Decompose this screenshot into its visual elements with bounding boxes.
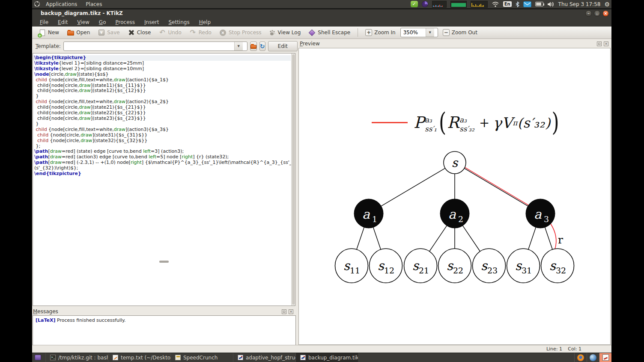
network-monitor-graph[interactable] bbox=[432, 1, 447, 8]
ktikz-launcher[interactable] bbox=[599, 353, 611, 362]
task-backup-diagram[interactable]: backup_diagram.tikz ... bbox=[295, 353, 358, 362]
menu-file[interactable]: File bbox=[36, 19, 52, 26]
shell-escape-button[interactable]: Shell Escape bbox=[305, 28, 353, 37]
stop-process-button[interactable]: × Stop Process bbox=[216, 28, 265, 37]
close-file-button[interactable]: Close bbox=[125, 28, 154, 37]
close-pane-icon[interactable]: × bbox=[604, 42, 608, 46]
open-folder-icon bbox=[250, 45, 256, 49]
label-a2-sub: 2 bbox=[458, 214, 463, 224]
menu-help[interactable]: Help bbox=[195, 19, 215, 26]
preview-title: Preview bbox=[300, 41, 320, 47]
mail-icon[interactable] bbox=[523, 1, 531, 7]
open-folder-icon bbox=[67, 29, 74, 36]
label-s11-sub: 11 bbox=[350, 266, 360, 275]
desktop: Applications Places ✓ En bbox=[32, 0, 611, 362]
template-edit-button[interactable]: Edit bbox=[268, 41, 298, 51]
menubar: File Edit View Go Process Insert Setting… bbox=[32, 18, 611, 27]
menu-edit[interactable]: Edit bbox=[54, 19, 72, 26]
backup-diagram: s a 1 a 2 a 3 s 11 s 12 s 21 s 22 s 23 s… bbox=[299, 48, 611, 345]
maximize-button[interactable]: ▫ bbox=[594, 10, 600, 17]
close-window-button[interactable]: × bbox=[602, 10, 609, 17]
code-line[interactable]: child {node[circle,draw](state32){$s_{32… bbox=[33, 138, 291, 144]
label-s22-sub: 22 bbox=[453, 266, 463, 275]
latex-tag: [LaTeX] bbox=[36, 317, 55, 323]
template-browse-button[interactable] bbox=[250, 42, 257, 51]
template-input[interactable] bbox=[64, 43, 234, 49]
chevron-down-icon[interactable]: ▼ bbox=[426, 28, 434, 37]
float-pane-icon[interactable] bbox=[597, 42, 602, 46]
statusbar: Line: 1 Col: 1 bbox=[32, 345, 611, 353]
label-s23-sub: 23 bbox=[487, 266, 498, 275]
menu-settings[interactable]: Settings bbox=[164, 19, 193, 26]
shell-escape-icon bbox=[308, 29, 316, 36]
applications-menu[interactable]: Applications bbox=[43, 1, 80, 8]
new-button[interactable]: + New bbox=[36, 28, 62, 37]
redo-button[interactable]: ↷ Redo bbox=[186, 28, 215, 37]
clock[interactable]: Thu Sep 3 17:58 bbox=[558, 1, 601, 7]
float-pane-icon[interactable] bbox=[282, 309, 286, 314]
firefox-launcher[interactable] bbox=[574, 353, 587, 362]
code-editor[interactable]: \begin{tikzpicture}\tikzstyle{level 1}=[… bbox=[33, 53, 295, 306]
close-pane-icon[interactable]: × bbox=[289, 309, 293, 314]
preview-header: Preview × bbox=[300, 40, 611, 47]
redo-icon: ↷ bbox=[189, 29, 197, 36]
messages-header: Messages × bbox=[33, 308, 296, 315]
show-desktop-button[interactable] bbox=[35, 355, 41, 360]
splitter-handle[interactable] bbox=[159, 261, 169, 263]
session-gear-icon[interactable]: ⚙ bbox=[604, 1, 610, 8]
view-log-button[interactable]: View Log bbox=[266, 29, 304, 37]
code-line[interactable]: child{node[circle,draw](state23){$s_{23}… bbox=[33, 116, 291, 122]
code-line[interactable]: child{node[circle,draw](state12){$s_{12}… bbox=[33, 88, 291, 94]
updates-ok-icon[interactable]: ✓ bbox=[411, 1, 418, 7]
zoom-level-input[interactable] bbox=[401, 30, 426, 36]
minimize-button[interactable]: – bbox=[585, 10, 592, 17]
top-panel: Applications Places ✓ En bbox=[32, 0, 611, 8]
template-label: Template: bbox=[36, 43, 61, 49]
battery-icon[interactable] bbox=[535, 2, 543, 6]
task-speedcrunch[interactable]: SpeedCrunch bbox=[170, 353, 233, 362]
zoom-level-combobox[interactable]: ▼ bbox=[400, 28, 438, 37]
template-combobox[interactable]: ▼ bbox=[63, 42, 247, 51]
load-monitor-graph[interactable] bbox=[471, 1, 488, 8]
browser-launcher[interactable] bbox=[587, 353, 599, 362]
task-text-editor[interactable]: temp.txt (~/Desktop... bbox=[108, 353, 170, 362]
menu-insert[interactable]: Insert bbox=[140, 19, 163, 26]
bluetooth-icon[interactable] bbox=[516, 1, 519, 7]
volume-icon[interactable] bbox=[547, 1, 555, 7]
label-a1: a bbox=[362, 207, 370, 222]
zoom-out-icon: − bbox=[443, 29, 450, 36]
menu-view[interactable]: View bbox=[73, 19, 93, 26]
editor-vertical-scrollbar[interactable] bbox=[291, 53, 295, 306]
task-adaptive-hopf[interactable]: adaptive_hopf_struc... bbox=[233, 353, 295, 362]
latex-message: Process finished successfully. bbox=[55, 317, 125, 323]
tikz-file-icon bbox=[300, 355, 306, 360]
cpu-monitor-graph[interactable] bbox=[450, 1, 467, 8]
zoom-in-button[interactable]: + Zoom In bbox=[362, 28, 399, 37]
distributor-logo-icon[interactable] bbox=[34, 1, 40, 7]
undo-icon: ↶ bbox=[158, 29, 166, 36]
task-terminal[interactable]: >_ /tmp/ktikz.git : bash ... bbox=[45, 353, 108, 362]
code-line[interactable]: \end{tikzpicture} bbox=[33, 171, 291, 177]
stop-process-icon: × bbox=[219, 29, 227, 36]
open-button[interactable]: Open bbox=[64, 28, 93, 37]
places-menu[interactable]: Places bbox=[83, 1, 104, 8]
menu-go[interactable]: Go bbox=[95, 19, 110, 26]
wifi-icon[interactable] bbox=[492, 1, 499, 7]
menu-process[interactable]: Process bbox=[111, 19, 139, 26]
time-tracker-icon[interactable] bbox=[422, 1, 428, 7]
label-a2: a bbox=[448, 207, 456, 222]
chevron-down-icon[interactable]: ▼ bbox=[234, 42, 243, 50]
label-s12-sub: 12 bbox=[384, 266, 394, 275]
globe-icon bbox=[590, 354, 596, 361]
save-button[interactable]: ▼ Save bbox=[95, 28, 122, 37]
titlebar[interactable]: backup_diagram.tikz - KTikZ – ▫ × bbox=[32, 9, 611, 18]
keyboard-layout-indicator[interactable]: En bbox=[503, 1, 512, 7]
template-reload-button[interactable]: ↻ bbox=[259, 42, 265, 51]
preview-canvas[interactable]: P a₃ss′₁ ( R a₃ss′₃₂ + γV π (s′₃₂) ) bbox=[298, 48, 611, 345]
zoom-out-button[interactable]: − Zoom Out bbox=[440, 28, 480, 37]
text-editor-icon bbox=[113, 355, 118, 360]
view-log-icon bbox=[269, 30, 276, 36]
label-s32-sub: 32 bbox=[556, 266, 566, 275]
save-icon: ▼ bbox=[98, 29, 105, 36]
undo-button[interactable]: ↶ Undo bbox=[155, 28, 184, 37]
